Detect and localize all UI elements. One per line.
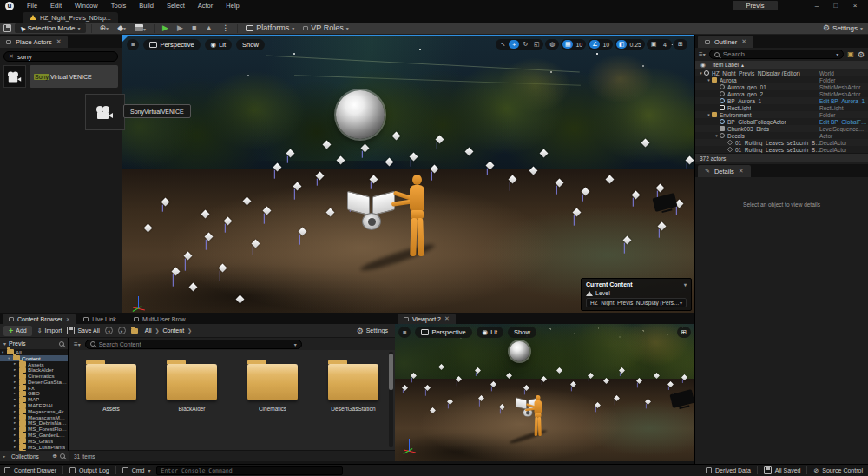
outliner-search[interactable]: Search... ▾ [709,50,845,59]
collapse-icon[interactable]: ▾ [684,281,687,288]
outliner-row[interactable]: 01_Rotting_Leaves_se1ocnh_BK_inst DecalA… [695,139,868,146]
eye-column-icon[interactable]: ◉ [695,62,706,69]
show-dropdown[interactable]: Show [508,327,536,338]
viewport2[interactable]: ≡ Perspective ◉Lit Show ⊞ [395,324,694,461]
menu-item[interactable]: Tools [105,1,133,10]
rotate-tool-button[interactable]: ↻ [520,40,530,49]
source-control-button[interactable]: ⊘Source Control [813,467,863,474]
play-button[interactable]: ▶ [160,24,171,32]
expand-arrow-icon[interactable]: ▾ [713,133,720,138]
cmd-dropdown[interactable]: Cmd▾ [122,467,151,473]
actor-type[interactable]: Actor [819,133,867,139]
save-all-button[interactable]: Save All [67,327,99,334]
quick-add-button[interactable]: ⊕▾ [97,24,112,32]
filter-icon[interactable]: ≡▾ [74,340,81,348]
unreal-logo-icon[interactable]: u [5,2,14,10]
actor-type[interactable]: DecalActor [819,140,867,146]
camera-eye-gizmo[interactable] [345,194,398,235]
search-icon[interactable] [59,341,64,347]
camera-speed-value[interactable]: 4 [660,40,670,49]
move-tool-button[interactable]: + [509,40,519,49]
world-space-toggle[interactable]: ◍ [547,40,557,49]
asset-search[interactable]: Search Content ▾ [85,340,302,349]
output-log-button[interactable]: Output Log [69,467,109,473]
window-control-button[interactable]: – [807,0,826,11]
perspective-dropdown[interactable]: Perspective [143,39,200,50]
clear-search-icon[interactable]: ✕ [9,53,14,60]
close-icon[interactable]: ✕ [444,315,450,322]
import-button[interactable]: ⇩Import [37,327,62,334]
folder-tile[interactable]: BlackAlder [157,359,227,450]
scrollbar-thumb[interactable] [389,354,393,390]
selection-mode-dropdown[interactable]: ▶ Selection Mode ▾ [15,23,86,33]
drag-ghost-camera-tile[interactable] [85,94,125,130]
outliner-row[interactable]: Aurora_geo_01 StaticMeshActor [695,83,868,90]
blueprints-button[interactable]: ◆▾ [115,24,128,32]
close-icon[interactable]: ✕ [739,168,744,175]
outliner-row[interactable]: RectLight RectLight [695,104,868,111]
menu-item[interactable]: File [21,1,43,10]
outliner-row[interactable]: Aurora_geo_2 StaticMeshActor [695,90,868,97]
outliner-row[interactable]: ▾ Decals Actor [695,132,868,139]
outliner-row[interactable]: ▾ Environment Folder [695,111,868,118]
column-item-label[interactable]: Item Label [706,62,739,68]
actor-type[interactable]: StaticMeshActor [819,91,867,97]
actor-type[interactable]: Folder [819,112,867,118]
expand-arrow-icon[interactable]: ▾ [706,77,712,83]
rotation-snap-toggle[interactable]: ∠ [589,40,600,49]
close-icon[interactable]: ✕ [741,38,746,45]
play-options-icon[interactable]: ⋮ [219,24,232,32]
tab-place-actors[interactable]: Place Actors ✕ [0,36,68,48]
folder-tile[interactable]: DesertGasStation [319,359,388,450]
lit-dropdown[interactable]: ◉Lit [477,327,503,338]
bottom-tab[interactable]: Multi-User Brow... [128,314,200,324]
frame-skip-button[interactable]: ▶ [174,24,186,32]
level-tab[interactable]: HZ_Night_Previs_NDisp... [23,12,118,23]
outliner-settings-icon[interactable]: ⚙ [858,50,865,59]
chrome-sphere-actor[interactable] [510,341,529,361]
tab-details[interactable]: ✎ Details ✕ [698,165,751,177]
actor-type[interactable]: Edit BP_Aurora_1 [819,98,867,104]
tab-viewport2[interactable]: Viewport 2 ✕ [398,314,456,324]
add-collection-icon[interactable]: ⊕ [53,453,57,459]
filter-icon[interactable]: ≡▾ [699,50,706,58]
vp-roles-dropdown[interactable]: VP Roles▾ [300,24,351,32]
derived-data-button[interactable]: Derived Data [706,467,751,473]
expand-arrow-icon[interactable]: ▾ [698,70,704,76]
actor-type[interactable]: LevelSequenceActor [819,126,867,132]
content-drawer-button[interactable]: Content Drawer [4,467,56,473]
actor-type[interactable]: RectLight [819,105,867,111]
show-dropdown[interactable]: Show [236,39,265,50]
add-button[interactable]: + Add [3,326,32,336]
eject-button[interactable]: ▲ [202,24,215,32]
outliner-row[interactable]: BP_Aurora_1 Edit BP_Aurora_1 [695,97,868,104]
rotation-snap-value[interactable]: 10 [601,40,611,49]
actor-type[interactable]: DecalActor [819,147,867,153]
bottom-tab[interactable]: Live Link [77,314,126,324]
search-icon[interactable] [60,453,65,459]
mannequin-actor[interactable] [525,395,551,439]
maximize-viewport-icon[interactable]: ⊞ [675,40,686,49]
menu-item[interactable]: Select [161,1,191,10]
close-icon[interactable]: ✕ [56,38,62,45]
cinematics-button[interactable]: ▾ [132,24,148,33]
forward-button[interactable]: ▸ [118,327,126,334]
chevron-down-icon[interactable]: ▾ [3,340,6,347]
window-control-button[interactable]: □ [826,0,845,11]
folder-tile[interactable]: Cinematics [238,359,307,450]
outliner-row[interactable]: ▾ Aurora Folder [695,76,868,83]
bottom-tab[interactable]: Content Browser × [3,314,76,324]
place-actors-result-item[interactable]: Sony Virtual VENICE [3,65,118,88]
breadcrumb-item[interactable]: All [145,327,152,334]
maximize-viewport-icon[interactable]: ⊞ [677,327,691,338]
save-icon[interactable] [3,24,11,32]
place-actors-search[interactable]: ✕ sony [3,51,118,62]
window-control-button[interactable]: × [845,0,865,11]
grid-snap-value[interactable]: 10 [574,40,584,49]
outliner-row[interactable]: Chunk003_Birds LevelSequenceActor [695,125,868,132]
perspective-dropdown[interactable]: Perspective [415,327,471,338]
select-tool-button[interactable]: ↖ [497,40,508,49]
content-browser-settings[interactable]: ⚙ Settings [357,327,388,335]
menu-item[interactable]: Help [220,1,245,10]
chrome-sphere-actor[interactable] [336,90,385,139]
